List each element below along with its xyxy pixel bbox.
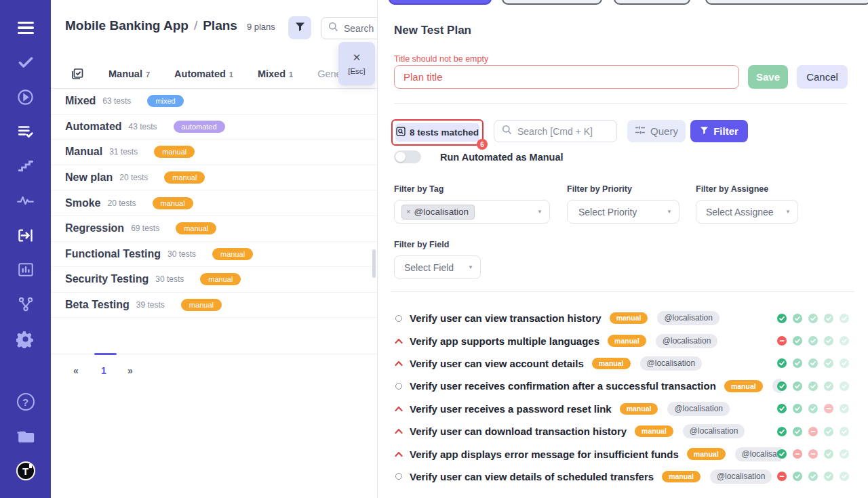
test-tag-chip[interactable]: @localisation xyxy=(710,470,772,484)
test-tag-chip[interactable]: @localisation xyxy=(657,311,719,325)
plan-row[interactable]: Smoke20 testsmanual xyxy=(51,190,377,216)
pagination-next[interactable]: » xyxy=(127,365,133,376)
pagination-prev[interactable]: « xyxy=(73,365,79,376)
test-plans-icon[interactable] xyxy=(14,120,37,143)
plan-name[interactable]: Mixed xyxy=(65,95,96,107)
test-title[interactable]: Verify user can view transaction history xyxy=(410,312,601,324)
top-cropped-button[interactable] xyxy=(502,0,602,5)
test-title[interactable]: Verify user can download transaction his… xyxy=(410,426,627,437)
plan-row[interactable]: Beta Testing39 testsmanual xyxy=(51,293,377,318)
status-passed-icon[interactable] xyxy=(840,336,849,346)
plan-name[interactable]: Manual xyxy=(65,146,102,158)
plan-title-input[interactable] xyxy=(394,65,739,89)
status-passed-icon[interactable] xyxy=(840,358,849,368)
plans-search-input[interactable]: Search xyxy=(321,17,378,39)
plan-name[interactable]: Automated xyxy=(65,121,122,133)
tests-search-input[interactable]: Search [Cmd + K] xyxy=(494,120,617,142)
status-passed-icon[interactable] xyxy=(840,449,849,459)
test-row[interactable]: Verify user can download transaction his… xyxy=(394,420,849,442)
test-tag-chip[interactable]: @localisation xyxy=(640,356,703,371)
plan-name[interactable]: Security Testing xyxy=(65,273,149,285)
status-passed-icon[interactable] xyxy=(808,381,818,391)
status-passed-icon[interactable] xyxy=(793,427,802,436)
status-passed-icon[interactable] xyxy=(777,449,787,459)
status-failed-icon[interactable] xyxy=(777,472,787,481)
status-failed-icon[interactable] xyxy=(777,336,787,346)
test-title[interactable]: Verify user can view account details xyxy=(410,358,584,369)
status-passed-icon[interactable] xyxy=(793,314,802,323)
status-failed-icon[interactable] xyxy=(808,427,818,436)
tab-automated[interactable]: Automated1 xyxy=(174,68,233,79)
status-passed-icon[interactable] xyxy=(824,427,833,436)
query-button[interactable]: Query xyxy=(627,120,686,142)
status-passed-icon[interactable] xyxy=(793,336,802,346)
test-row[interactable]: Verify user receives a password reset li… xyxy=(394,398,849,420)
help-icon[interactable]: ? xyxy=(14,390,37,413)
tests-matched-button[interactable]: 8 tests matched xyxy=(395,123,479,142)
status-passed-icon[interactable] xyxy=(824,381,833,391)
test-tag-chip[interactable]: @localisation xyxy=(656,334,718,348)
plans-filter-button[interactable] xyxy=(288,16,311,39)
filter-button[interactable]: Filter xyxy=(690,120,748,142)
status-passed-icon[interactable] xyxy=(824,449,833,459)
status-passed-icon[interactable] xyxy=(777,404,787,413)
tag-select[interactable]: ×@localisation▼ xyxy=(394,200,550,224)
plan-row[interactable]: Functional Testing30 testsmanual xyxy=(51,242,377,268)
tab-manual[interactable]: Manual7 xyxy=(108,68,150,79)
branch-icon[interactable] xyxy=(14,293,37,316)
test-title[interactable]: Verify user receives confirmation after … xyxy=(410,380,716,392)
plan-name[interactable]: New plan xyxy=(65,171,113,184)
status-passed-icon[interactable] xyxy=(840,404,849,413)
tab-mixed[interactable]: Mixed1 xyxy=(258,68,293,79)
status-passed-icon[interactable] xyxy=(840,314,849,323)
close-esc-button[interactable]: ✕ [Esc] xyxy=(338,42,375,85)
status-passed-icon[interactable] xyxy=(824,314,833,323)
run-automated-as-manual-toggle[interactable] xyxy=(394,150,421,163)
plan-row[interactable]: Mixed63 testsmixed xyxy=(51,89,377,115)
logo[interactable]: T xyxy=(14,459,37,482)
import-icon[interactable] xyxy=(14,224,37,247)
status-passed-icon[interactable] xyxy=(793,472,802,481)
status-passed-icon[interactable] xyxy=(808,358,818,368)
status-passed-icon[interactable] xyxy=(840,381,849,391)
test-title[interactable]: Verify user can view details of schedule… xyxy=(410,471,654,482)
analytics-icon[interactable] xyxy=(14,258,37,281)
menu-icon[interactable] xyxy=(14,16,37,39)
status-passed-icon[interactable] xyxy=(824,472,833,481)
status-passed-icon[interactable] xyxy=(777,314,787,323)
test-row[interactable]: Verify user can view transaction history… xyxy=(394,307,849,329)
save-button[interactable]: Save xyxy=(748,65,788,89)
status-passed-icon[interactable] xyxy=(824,358,833,368)
top-cropped-button[interactable] xyxy=(614,0,690,5)
status-passed-icon[interactable] xyxy=(840,427,849,436)
status-passed-icon[interactable] xyxy=(777,358,787,368)
assignee-select[interactable]: Select Assignee▼ xyxy=(696,200,798,224)
breadcrumb-section[interactable]: Plans xyxy=(203,18,237,33)
test-title[interactable]: Verify app supports multiple languages xyxy=(410,335,599,347)
cancel-button[interactable]: Cancel xyxy=(797,65,848,89)
plan-name[interactable]: Beta Testing xyxy=(65,299,130,311)
breadcrumb-project[interactable]: Mobile Banking App xyxy=(65,18,189,33)
plan-row[interactable]: Security Testing30 testsmanual xyxy=(51,267,377,293)
plan-row[interactable]: New plan20 testsmanual xyxy=(51,165,377,191)
field-select[interactable]: Select Field▼ xyxy=(394,255,481,279)
test-row[interactable]: Verify user receives confirmation after … xyxy=(394,375,849,397)
plan-name[interactable]: Regression xyxy=(65,222,124,234)
status-passed-icon[interactable] xyxy=(840,472,849,481)
select-all-plans-icon[interactable] xyxy=(71,67,84,81)
test-tag-chip[interactable]: @localisation xyxy=(667,402,730,416)
remove-tag-icon[interactable]: × xyxy=(406,207,410,215)
status-passed-icon[interactable] xyxy=(777,381,787,391)
plan-row[interactable]: Automated43 testsautomated xyxy=(51,115,377,140)
test-title[interactable]: Verify app displays error message for in… xyxy=(410,449,679,460)
test-row[interactable]: Verify user can view account detailsmanu… xyxy=(394,352,849,375)
test-tag-chip[interactable]: @localisation xyxy=(683,424,745,438)
test-row[interactable]: Verify user can view details of schedule… xyxy=(394,465,849,488)
plan-row[interactable]: Regression69 testsmanual xyxy=(51,216,377,242)
status-passed-icon[interactable] xyxy=(824,336,833,346)
status-failed-icon[interactable] xyxy=(793,449,802,459)
test-row[interactable]: Verify app supports multiple languagesma… xyxy=(394,329,849,352)
projects-icon[interactable] xyxy=(14,425,37,448)
top-cropped-button[interactable] xyxy=(705,0,868,5)
status-passed-icon[interactable] xyxy=(777,427,787,436)
